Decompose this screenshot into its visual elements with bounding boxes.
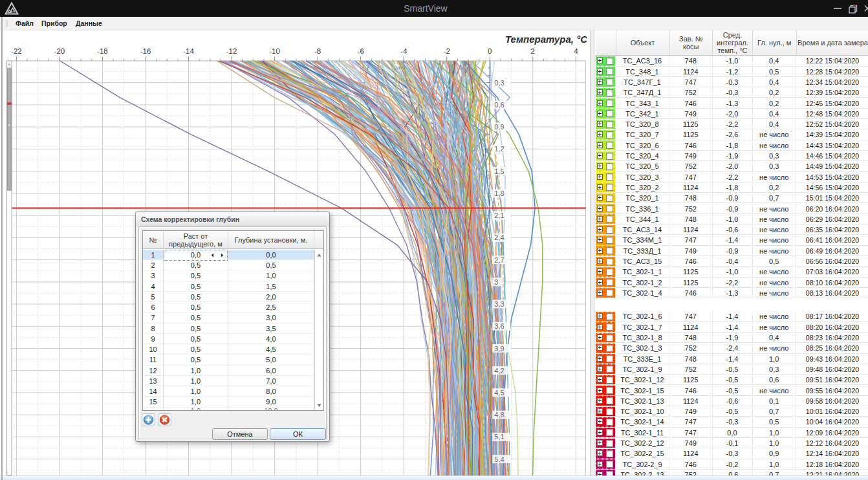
svg-text:0,3: 0,3 — [494, 79, 504, 87]
svg-text:5,4: 5,4 — [494, 455, 504, 463]
svg-text:-2: -2 — [444, 47, 450, 55]
svg-text:-18: -18 — [97, 47, 108, 55]
svg-text:3,3: 3,3 — [494, 300, 504, 308]
svg-text:-22: -22 — [11, 47, 22, 55]
svg-text:4,8: 4,8 — [494, 411, 504, 419]
svg-text:2: 2 — [531, 47, 535, 55]
svg-text:Температура, °С: Температура, °С — [505, 34, 588, 45]
svg-text:1,2: 1,2 — [494, 145, 504, 153]
svg-text:-12: -12 — [226, 47, 237, 55]
svg-text:-8: -8 — [314, 47, 321, 55]
svg-text:2,4: 2,4 — [494, 234, 504, 241]
svg-text:1,5: 1,5 — [494, 168, 504, 175]
svg-text:5,1: 5,1 — [494, 433, 504, 441]
svg-text:3,6: 3,6 — [494, 322, 504, 330]
svg-text:3,9: 3,9 — [494, 345, 504, 353]
svg-text:0: 0 — [488, 47, 492, 55]
svg-text:2,1: 2,1 — [494, 212, 504, 219]
svg-text:4: 4 — [574, 47, 578, 55]
svg-text:-14: -14 — [183, 47, 194, 55]
svg-text:2,7: 2,7 — [494, 256, 504, 264]
svg-text:-6: -6 — [358, 47, 364, 55]
svg-text:-4: -4 — [400, 47, 407, 55]
svg-text:1,8: 1,8 — [494, 190, 504, 197]
svg-text:-16: -16 — [140, 47, 151, 55]
svg-text:0,9: 0,9 — [494, 123, 504, 131]
svg-text:-20: -20 — [54, 47, 65, 55]
svg-text:4,2: 4,2 — [494, 367, 504, 375]
svg-text:4,5: 4,5 — [494, 389, 504, 397]
svg-text:0,6: 0,6 — [494, 101, 504, 109]
svg-text:3: 3 — [494, 278, 498, 286]
svg-text:-10: -10 — [269, 47, 280, 55]
